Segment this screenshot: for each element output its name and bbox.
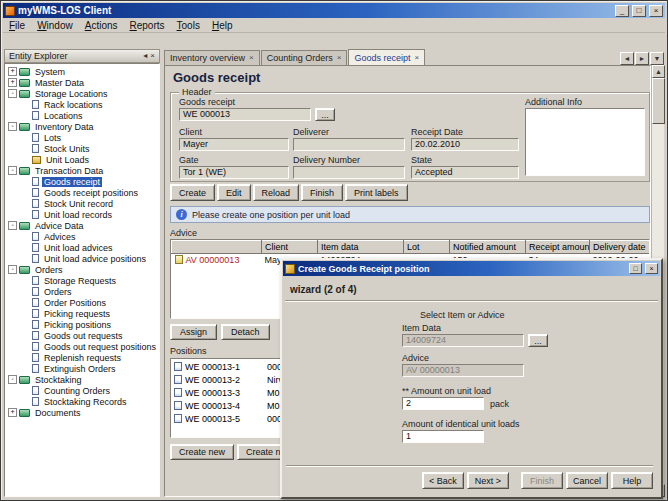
- tree-item-transaction-data[interactable]: -Transaction Data: [5, 165, 159, 176]
- tree-item-orders[interactable]: Orders: [5, 286, 159, 297]
- tree-item-extinguish-orders[interactable]: Extinguish Orders: [5, 363, 159, 374]
- create-new-button[interactable]: Create new: [170, 444, 234, 460]
- doc-icon: [32, 100, 39, 109]
- tree-item-unit-load-advices[interactable]: Unit load advices: [5, 242, 159, 253]
- tab-inventory-overview[interactable]: Inventory overview: [164, 50, 260, 65]
- tab-counting-orders[interactable]: Counting Orders: [261, 50, 348, 65]
- close-icon[interactable]: [649, 5, 663, 17]
- tab-close-icon[interactable]: [249, 54, 254, 62]
- tree-collapse-icon[interactable]: -: [8, 89, 17, 98]
- menu-help[interactable]: Help: [206, 20, 239, 31]
- tree-item-order-positions[interactable]: Order Positions: [5, 297, 159, 308]
- advice-column-receipt-amount[interactable]: Receipt amount: [526, 241, 590, 254]
- tree-collapse-icon[interactable]: -: [8, 122, 17, 131]
- tree-item-documents[interactable]: +Documents: [5, 407, 159, 418]
- help-button[interactable]: Help: [611, 472, 653, 489]
- tree-item-stocktaking-records[interactable]: Stocktaking Records: [5, 396, 159, 407]
- tree-expand-icon[interactable]: +: [8, 67, 17, 76]
- tree-collapse-icon[interactable]: -: [8, 375, 17, 384]
- print-labels-button[interactable]: Print labels: [345, 184, 408, 201]
- tree-expand-icon[interactable]: +: [8, 78, 17, 87]
- tree-item-storage-requests[interactable]: Storage Requests: [5, 275, 159, 286]
- tree-item-picking-positions[interactable]: Picking positions: [5, 319, 159, 330]
- tree-item-label: Locations: [42, 111, 85, 121]
- tree-item-unit-loads[interactable]: Unit Loads: [5, 154, 159, 165]
- advice-column-lot[interactable]: Lot: [404, 241, 450, 254]
- amount-field[interactable]: 2: [402, 397, 484, 410]
- folder-icon: [19, 167, 30, 175]
- tree-item-advice-data[interactable]: -Advice Data: [5, 220, 159, 231]
- identical-loads-field[interactable]: 1: [402, 430, 484, 443]
- goods-receipt-browse-button[interactable]: ...: [315, 108, 335, 121]
- cancel-button[interactable]: Cancel: [566, 472, 608, 489]
- advice-column-item-data[interactable]: Item data: [318, 241, 404, 254]
- tree-item-stock-units[interactable]: Stock Units: [5, 143, 159, 154]
- wizard-separator: [285, 300, 658, 302]
- finish-button[interactable]: Finish: [301, 184, 343, 201]
- menu-tools[interactable]: Tools: [171, 20, 206, 31]
- tree-item-system[interactable]: +System: [5, 66, 159, 77]
- tree-item-stock-unit-record[interactable]: Stock Unit record: [5, 198, 159, 209]
- tree-item-goods-receipt[interactable]: Goods receipt: [5, 176, 159, 187]
- tree-item-counting-orders[interactable]: Counting Orders: [5, 385, 159, 396]
- collapse-panel-icon[interactable]: [143, 52, 147, 60]
- tree-item-rack-locations[interactable]: Rack locations: [5, 99, 159, 110]
- menu-actions[interactable]: Actions: [79, 20, 124, 31]
- maximize-icon[interactable]: [632, 5, 646, 17]
- header-group: Header Goods receipt WE 000013 ... Addit…: [170, 92, 650, 182]
- close-panel-icon[interactable]: [150, 52, 155, 60]
- dialog-advice-label: Advice: [402, 353, 429, 363]
- tree-collapse-icon[interactable]: -: [8, 265, 17, 274]
- menu-window[interactable]: Window: [31, 20, 79, 31]
- tree-expand-icon[interactable]: +: [8, 408, 17, 417]
- tree-item-inventory-data[interactable]: -Inventory Data: [5, 121, 159, 132]
- tree-item-locations[interactable]: Locations: [5, 110, 159, 121]
- create-button[interactable]: Create: [170, 184, 215, 201]
- tree-item-goods-receipt-positions[interactable]: Goods receipt positions: [5, 187, 159, 198]
- additional-info-textarea[interactable]: [525, 108, 645, 176]
- back-button[interactable]: < Back: [422, 472, 464, 489]
- tree-item-advices[interactable]: Advices: [5, 231, 159, 242]
- tree-item-master-data[interactable]: +Master Data: [5, 77, 159, 88]
- tree-collapse-icon[interactable]: -: [8, 166, 17, 175]
- dialog-section-title: Select Item or Advice: [420, 310, 505, 320]
- advice-column-notified-amount[interactable]: Notified amount: [450, 241, 526, 254]
- tree-item-orders[interactable]: -Orders: [5, 264, 159, 275]
- menu-file[interactable]: File: [3, 20, 31, 31]
- tree-collapse-icon[interactable]: -: [8, 221, 17, 230]
- minimize-icon[interactable]: [615, 5, 629, 17]
- scroll-tabs-right-icon[interactable]: [635, 52, 649, 65]
- tab-close-icon[interactable]: [337, 54, 342, 62]
- tree-item-goods-out-request-positions[interactable]: Goods out request positions: [5, 341, 159, 352]
- tree-item-label: Orders: [33, 265, 65, 275]
- tree-item-replenish-requests[interactable]: Replenish requests: [5, 352, 159, 363]
- next-button[interactable]: Next >: [467, 472, 509, 489]
- tree-item-unit-load-records[interactable]: Unit load records: [5, 209, 159, 220]
- advice-column-selector[interactable]: [172, 241, 262, 254]
- reload-button[interactable]: Reload: [253, 184, 300, 201]
- menu-reports[interactable]: Reports: [124, 20, 171, 31]
- tree-item-picking-requests[interactable]: Picking requests: [5, 308, 159, 319]
- tree-item-stocktaking[interactable]: -Stocktaking: [5, 374, 159, 385]
- scroll-tabs-left-icon[interactable]: [620, 52, 634, 65]
- tree-item-storage-locations[interactable]: -Storage Locations: [5, 88, 159, 99]
- tab-goods-receipt[interactable]: Goods receipt: [348, 49, 425, 65]
- detach-button[interactable]: Detach: [221, 324, 270, 340]
- scrollbar-thumb[interactable]: [652, 78, 665, 124]
- advice-column-delivery-date[interactable]: Delivery date: [590, 241, 650, 254]
- tree-item-unit-load-advice-positions[interactable]: Unit load advice positions: [5, 253, 159, 264]
- dialog-title-bar[interactable]: Create Goods Receipt position: [283, 261, 660, 276]
- tab-close-icon[interactable]: [414, 54, 419, 62]
- tree-item-goods-out-requests[interactable]: Goods out requests: [5, 330, 159, 341]
- dialog-close-icon[interactable]: [645, 263, 658, 274]
- tree-item-lots[interactable]: Lots: [5, 132, 159, 143]
- tab-list-icon[interactable]: [650, 52, 664, 65]
- scroll-up-icon[interactable]: [652, 65, 665, 78]
- edit-button[interactable]: Edit: [217, 184, 251, 201]
- assign-button[interactable]: Assign: [170, 324, 217, 340]
- item-data-browse-button[interactable]: ...: [528, 334, 548, 347]
- tree-item-label: Stock Unit record: [42, 199, 115, 209]
- title-bar[interactable]: myWMS-LOS Client: [3, 3, 665, 18]
- dialog-maximize-icon[interactable]: [629, 263, 642, 274]
- advice-column-client[interactable]: Client: [262, 241, 318, 254]
